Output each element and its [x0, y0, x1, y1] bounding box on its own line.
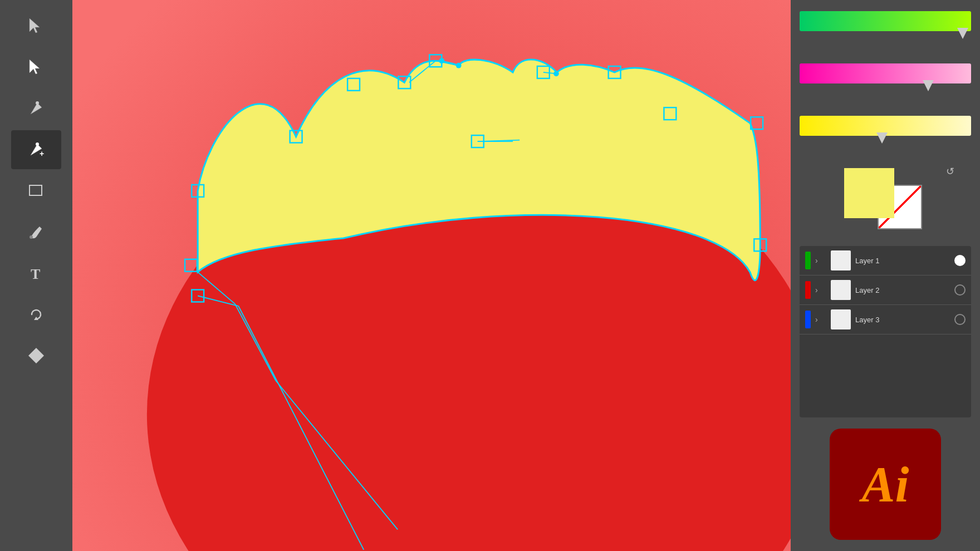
layer-row[interactable]: › Layer 2 — [800, 276, 971, 305]
svg-marker-1 — [30, 60, 40, 74]
svg-text:T: T — [31, 266, 40, 282]
type-tool-button[interactable]: T — [11, 254, 61, 293]
yellow-slider-row — [800, 116, 971, 136]
svg-marker-0 — [30, 18, 40, 33]
layer-name-label: Layer 3 — [855, 316, 950, 324]
ai-logo-text: Ai — [861, 456, 909, 513]
svg-text:+: + — [40, 149, 44, 158]
layer-thumbnail — [831, 250, 851, 270]
yellow-slider-section — [800, 116, 971, 146]
paintbrush-tool-button[interactable] — [11, 213, 61, 252]
svg-rect-5 — [30, 185, 42, 195]
swap-colors-button[interactable]: ↺ — [946, 165, 954, 178]
pink-slider-thumb[interactable] — [923, 80, 934, 91]
green-slider-thumb[interactable] — [957, 28, 968, 39]
layer-thumbnail — [831, 280, 851, 300]
layers-panel: › Layer 1 › Layer 2 › Layer 3 — [800, 246, 971, 417]
layer-color-indicator — [805, 281, 811, 299]
layer-visibility-button[interactable] — [954, 314, 966, 325]
layer-expand-icon[interactable]: › — [815, 256, 826, 265]
layer-expand-icon[interactable]: › — [815, 315, 826, 324]
layer-thumbnail — [831, 309, 851, 329]
layer-visibility-button[interactable] — [954, 284, 966, 296]
pen-tool-button[interactable] — [11, 89, 61, 128]
main-canvas — [72, 0, 791, 551]
pink-slider-track[interactable] — [800, 63, 971, 83]
layer-visibility-button[interactable] — [954, 255, 966, 266]
layer-name-label: Layer 2 — [855, 286, 950, 294]
swatches-area: ↺ — [800, 163, 971, 229]
layer-name-label: Layer 1 — [855, 257, 950, 265]
layer-row[interactable]: › Layer 3 — [800, 305, 971, 334]
rectangle-tool-button[interactable] — [11, 171, 61, 210]
toolbar: + T — [0, 0, 72, 551]
add-anchor-point-tool-button[interactable]: + — [11, 130, 61, 169]
svg-point-3 — [36, 142, 39, 146]
green-slider-track[interactable] — [800, 11, 971, 31]
layer-row[interactable]: › Layer 1 — [800, 246, 971, 276]
green-slider-row — [800, 11, 971, 31]
ai-logo: Ai — [830, 429, 941, 540]
live-paint-tool-button[interactable] — [11, 336, 61, 375]
yellow-slider-track[interactable] — [800, 116, 971, 136]
pink-slider-section — [800, 63, 971, 94]
canvas-area[interactable] — [72, 0, 791, 551]
pink-slider-row — [800, 63, 971, 83]
svg-point-28 — [456, 63, 462, 68]
svg-marker-9 — [28, 348, 44, 363]
right-panel: ↺ › Layer 1 › Layer 2 › Layer 3 — [791, 0, 980, 551]
layer-color-indicator — [805, 252, 811, 269]
yellow-slider-thumb[interactable] — [876, 132, 888, 144]
foreground-color-swatch[interactable] — [844, 168, 894, 218]
svg-point-6 — [30, 235, 33, 239]
direct-select-tool-button[interactable] — [11, 48, 61, 87]
select-tool-button[interactable] — [11, 7, 61, 46]
layer-expand-icon[interactable]: › — [815, 286, 826, 294]
layer-color-indicator — [805, 311, 811, 328]
green-slider-section — [800, 11, 971, 41]
rotate-tool-button[interactable] — [11, 295, 61, 334]
svg-point-2 — [36, 101, 39, 105]
